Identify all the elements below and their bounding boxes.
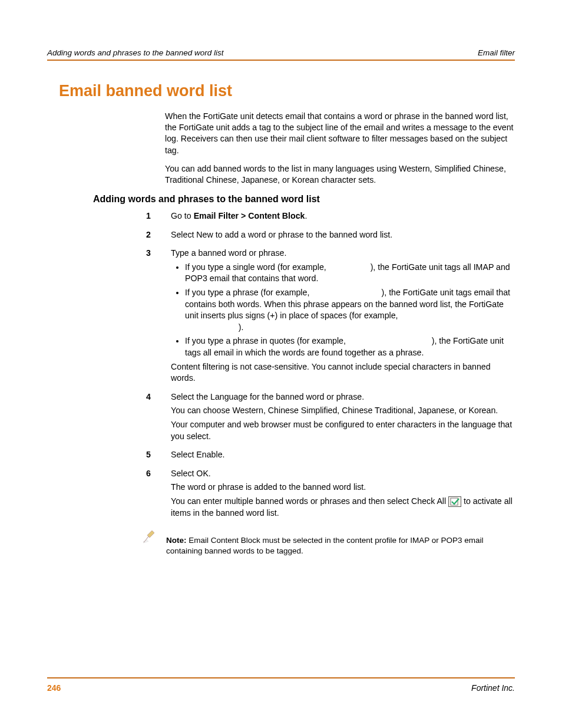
step-text: Select New to add a word or phrase to th… (171, 229, 515, 241)
step-number: 2 (140, 229, 171, 243)
step-text: You can choose Western, Chinese Simplifi… (171, 405, 515, 417)
step-number: 1 (140, 210, 171, 225)
step-text: Select OK. (171, 468, 515, 480)
step-2: 2 Select New to add a word or phrase to … (140, 229, 515, 243)
step-text: Go to Email Filter > Content Block. (171, 210, 515, 222)
bullet-item: If you type a phrase (for example, ), th… (185, 287, 515, 333)
step-6: 6 Select OK. The word or phrase is added… (140, 468, 515, 521)
header-rule (47, 60, 515, 61)
step-text: The word or phrase is added to the banne… (171, 482, 515, 493)
step-number: 5 (140, 449, 171, 463)
step-1: 1 Go to Email Filter > Content Block. (140, 210, 515, 225)
note-pin-icon (141, 526, 159, 546)
running-header-right: Email filter (478, 48, 515, 57)
section-title: Email banned word list (59, 82, 515, 100)
page-number: 246 (47, 683, 61, 693)
note-text: Note: Email Content Block must be select… (166, 535, 515, 556)
step-5: 5 Select Enable. (140, 449, 515, 463)
footer-rule (47, 677, 515, 678)
step-text: You can enter multiple banned words or p… (171, 496, 515, 519)
step-text: Your computer and web browser must be co… (171, 419, 515, 442)
check-all-icon (448, 496, 461, 507)
step-text: Select Enable. (171, 449, 515, 461)
running-header-left: Adding words and phrases to the banned w… (47, 48, 223, 57)
bullet-item: If you type a phrase in quotes (for exam… (185, 335, 515, 358)
step-4: 4 Select the Language for the banned wor… (140, 391, 515, 444)
intro-paragraph-1: When the FortiGate unit detects email th… (165, 111, 515, 156)
step-tail: Content filtering is not case-sensitive.… (171, 361, 515, 384)
subsection-title: Adding words and phrases to the banned w… (93, 194, 515, 205)
step-number: 3 (140, 248, 171, 387)
step-number: 4 (140, 391, 171, 444)
step-3: 3 Type a banned word or phrase. If you t… (140, 248, 515, 387)
intro-paragraph-2: You can add banned words to the list in … (165, 163, 515, 186)
company-name: Fortinet Inc. (471, 683, 515, 693)
bullet-item: If you type a single word (for example, … (185, 262, 515, 285)
step-number: 6 (140, 468, 171, 521)
step-text: Type a banned word or phrase. (171, 248, 515, 259)
step-text: Select the Language for the banned word … (171, 391, 515, 403)
note-block: Note: Email Content Block must be select… (140, 526, 515, 564)
